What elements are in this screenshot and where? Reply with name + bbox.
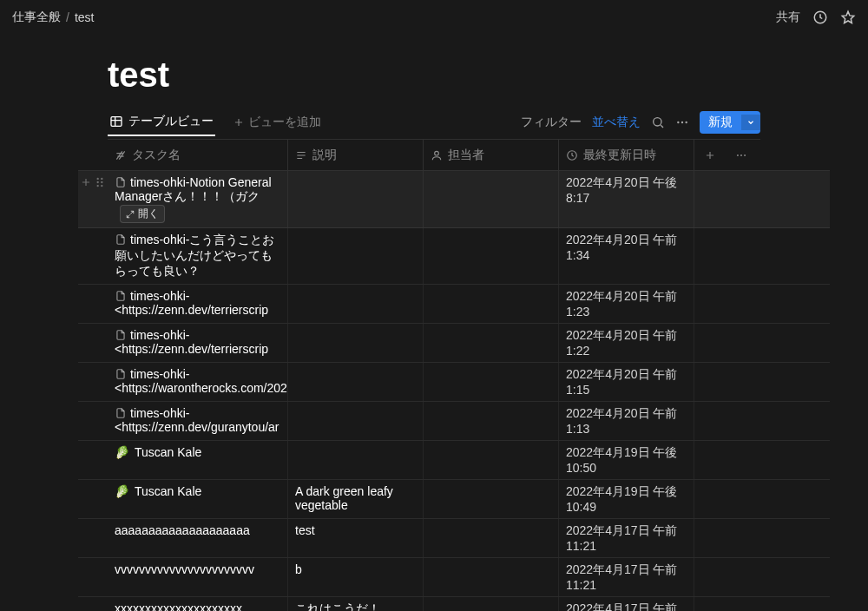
- table-header: タスク名 説明 担当者 最終更新日時: [78, 140, 830, 171]
- topbar: 仕事全般 / test 共有: [0, 0, 868, 35]
- new-button[interactable]: 新規: [700, 111, 760, 134]
- drag-handle-icon[interactable]: [94, 176, 106, 188]
- cell-desc[interactable]: b: [288, 558, 424, 596]
- cell-name[interactable]: vvvvvvvvvvvvvvvvvvvvvvv: [108, 558, 288, 596]
- cell-empty: [726, 441, 757, 479]
- cell-name[interactable]: times-ohki-<https://zenn.dev/terrierscri…: [108, 285, 288, 323]
- svg-point-9: [740, 154, 742, 155]
- cell-assignee[interactable]: [424, 441, 559, 479]
- svg-point-13: [97, 185, 99, 187]
- cell-date[interactable]: 2022年4月20日 午前 1:15: [559, 363, 694, 401]
- sort-button[interactable]: 並べ替え: [592, 115, 641, 130]
- table-row[interactable]: xxxxxxxxxxxxxxxxxxxxxこれはこうだ！2022年4月17日 午…: [78, 597, 830, 611]
- row-handle[interactable]: [78, 171, 108, 227]
- breadcrumb-current[interactable]: test: [75, 10, 95, 24]
- table-row[interactable]: times-ohki-<https://warontherocks.com/20…: [78, 363, 830, 402]
- cell-desc[interactable]: A dark green leafy vegetable: [288, 480, 424, 518]
- cell-assignee[interactable]: [424, 363, 559, 401]
- cell-name[interactable]: times-ohki-こう言うことお願いしたいんだけどやってもらっても良い？: [108, 228, 288, 284]
- table-row[interactable]: times-ohki-<https://zenn.dev/terrierscri…: [78, 324, 830, 363]
- row-title: vvvvvvvvvvvvvvvvvvvvvvv: [115, 562, 254, 576]
- search-icon[interactable]: [651, 115, 665, 129]
- cell-assignee[interactable]: [424, 597, 559, 611]
- table-row[interactable]: 🥬Tuscan KaleA dark green leafy vegetable…: [78, 480, 830, 519]
- filter-button[interactable]: フィルター: [521, 115, 582, 130]
- table-row[interactable]: vvvvvvvvvvvvvvvvvvvvvvvb2022年4月17日 午前 11…: [78, 558, 830, 597]
- table-row[interactable]: 🥬Tuscan Kale2022年4月19日 午後 10:50: [78, 441, 830, 480]
- add-column-button[interactable]: [694, 140, 726, 170]
- plus-icon: [233, 116, 245, 128]
- cell-name[interactable]: times-ohki-Notion General Managerさん！！！（ガ…: [108, 171, 288, 227]
- chevron-down-icon: [746, 118, 755, 127]
- column-header-assignee[interactable]: 担当者: [424, 140, 559, 170]
- share-button[interactable]: 共有: [776, 10, 800, 25]
- favorite-icon[interactable]: [840, 10, 856, 25]
- tab-table-view[interactable]: テーブルビュー: [108, 108, 215, 136]
- cell-date[interactable]: 2022年4月20日 午前 1:22: [559, 324, 694, 362]
- cell-desc[interactable]: [288, 171, 424, 227]
- cell-assignee[interactable]: [424, 228, 559, 284]
- add-row-icon[interactable]: [80, 176, 92, 188]
- table-row[interactable]: aaaaaaaaaaaaaaaaaaaatest2022年4月17日 午前 11…: [78, 519, 830, 558]
- cell-date[interactable]: 2022年4月20日 午後 8:17: [559, 171, 694, 227]
- cell-date[interactable]: 2022年4月19日 午後 10:49: [559, 480, 694, 518]
- breadcrumb-parent[interactable]: 仕事全般: [12, 10, 61, 25]
- cell-assignee[interactable]: [424, 324, 559, 362]
- column-header-name[interactable]: タスク名: [108, 140, 288, 170]
- cell-desc[interactable]: [288, 402, 424, 440]
- cell-empty: [694, 480, 726, 518]
- cell-assignee[interactable]: [424, 558, 559, 596]
- svg-point-5: [685, 121, 687, 122]
- page-icon: [115, 407, 127, 419]
- cell-name[interactable]: aaaaaaaaaaaaaaaaaaaa: [108, 519, 288, 557]
- column-header-date[interactable]: 最終更新日時: [559, 140, 694, 170]
- cell-desc[interactable]: [288, 363, 424, 401]
- cell-date[interactable]: 2022年4月17日 午前 11:21: [559, 558, 694, 596]
- title-prop-icon: [115, 149, 127, 161]
- cell-desc[interactable]: test: [288, 519, 424, 557]
- cell-empty: [694, 228, 726, 284]
- cell-date[interactable]: 2022年4月20日 午前 1:13: [559, 402, 694, 440]
- cell-date[interactable]: 2022年4月17日 午前 11:21: [559, 519, 694, 557]
- new-button-label[interactable]: 新規: [700, 111, 741, 134]
- svg-point-11: [97, 178, 99, 180]
- person-prop-icon: [431, 149, 443, 161]
- page-title[interactable]: test: [0, 56, 868, 105]
- cell-date[interactable]: 2022年4月17日 午前 11:21: [559, 597, 694, 611]
- new-button-dropdown[interactable]: [741, 115, 760, 130]
- cell-assignee[interactable]: [424, 285, 559, 323]
- cell-desc[interactable]: [288, 441, 424, 479]
- cell-desc[interactable]: [288, 324, 424, 362]
- cell-name[interactable]: 🥬Tuscan Kale: [108, 480, 288, 518]
- cell-assignee[interactable]: [424, 480, 559, 518]
- cell-desc[interactable]: これはこうだ！: [288, 597, 424, 611]
- table-row[interactable]: times-ohki-こう言うことお願いしたいんだけどやってもらっても良い？20…: [78, 228, 830, 285]
- cell-date[interactable]: 2022年4月19日 午後 10:50: [559, 441, 694, 479]
- more-icon[interactable]: [675, 115, 689, 129]
- cell-empty: [726, 363, 757, 401]
- column-header-desc[interactable]: 説明: [288, 140, 424, 170]
- table-row[interactable]: times-ohki-Notion General Managerさん！！！（ガ…: [78, 171, 830, 228]
- cell-desc[interactable]: [288, 228, 424, 284]
- table-row[interactable]: times-ohki-<https://zenn.dev/terrierscri…: [78, 285, 830, 324]
- column-label: 最終更新日時: [583, 148, 656, 163]
- cell-name[interactable]: xxxxxxxxxxxxxxxxxxxxx: [108, 597, 288, 611]
- table-row[interactable]: times-ohki-<https://zenn.dev/guranytou/a…: [78, 402, 830, 441]
- updates-icon[interactable]: [812, 10, 828, 25]
- add-view-button[interactable]: ビューを追加: [233, 115, 321, 130]
- cell-assignee[interactable]: [424, 402, 559, 440]
- svg-point-6: [435, 151, 439, 155]
- open-button[interactable]: 開く: [120, 205, 165, 223]
- cell-assignee[interactable]: [424, 171, 559, 227]
- cell-name[interactable]: times-ohki-<https://zenn.dev/terrierscri…: [108, 324, 288, 362]
- cell-desc[interactable]: [288, 285, 424, 323]
- cell-date[interactable]: 2022年4月20日 午前 1:23: [559, 285, 694, 323]
- cell-name[interactable]: times-ohki-<https://warontherocks.com/20…: [108, 363, 288, 401]
- column-more-button[interactable]: [726, 140, 757, 170]
- cell-name[interactable]: 🥬Tuscan Kale: [108, 441, 288, 479]
- cell-date[interactable]: 2022年4月20日 午前 1:34: [559, 228, 694, 284]
- svg-point-2: [654, 117, 661, 125]
- cell-empty: [726, 480, 757, 518]
- cell-name[interactable]: times-ohki-<https://zenn.dev/guranytou/a…: [108, 402, 288, 440]
- cell-assignee[interactable]: [424, 519, 559, 557]
